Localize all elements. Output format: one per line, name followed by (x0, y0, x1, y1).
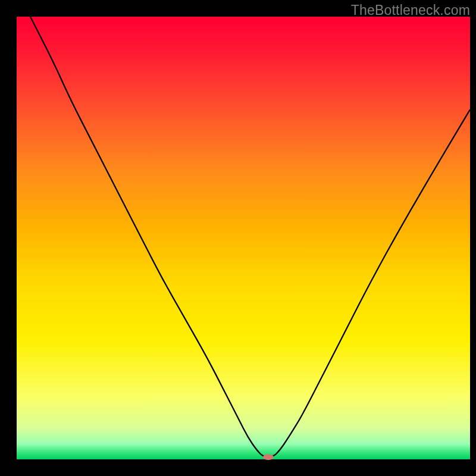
plot-area (17, 17, 470, 459)
vertex-marker (263, 454, 274, 460)
bottleneck-chart (0, 0, 476, 476)
chart-container: TheBottleneck.com (0, 0, 476, 476)
watermark-label: TheBottleneck.com (351, 2, 470, 18)
